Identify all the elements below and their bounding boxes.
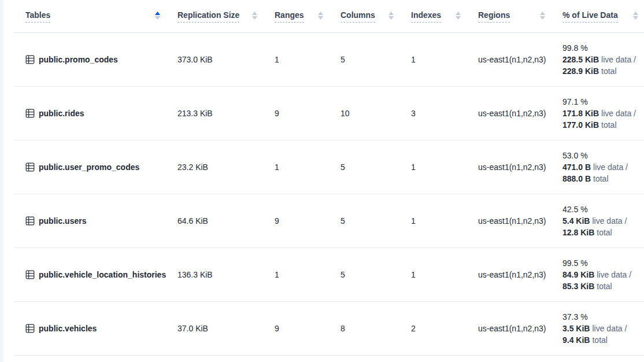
total-data-line: 85.3 KiBtotal	[562, 280, 644, 292]
table-row[interactable]: public.vehicle_location_histories 136.3 …	[14, 248, 644, 302]
replication-size-cell: 23.2 KiB	[177, 162, 275, 172]
column-header-label: Ranges	[275, 10, 304, 23]
live-data-suffix: live data /	[592, 324, 627, 333]
table-name-cell: public.vehicle_location_histories	[14, 270, 177, 279]
indexes-cell: 1	[411, 162, 478, 172]
replication-size-cell: 136.3 KiB	[177, 270, 275, 279]
table-header-row: Tables Replication Size Ranges Columns I…	[14, 0, 644, 33]
column-header-label: % of Live Data	[562, 10, 618, 23]
table-row[interactable]: public.user_promo_codes 23.2 KiB 1 5 1 u…	[14, 141, 644, 194]
live-data-percent: 99.8 %	[562, 42, 644, 54]
live-data-percent: 42.5 %	[562, 204, 644, 215]
total-data-suffix: total	[601, 67, 616, 76]
live-data-cell: 99.5 % 84.9 KiBlive data / 85.3 KiBtotal	[562, 257, 644, 292]
table-name-cell: public.vehicles	[14, 324, 177, 333]
total-data-line: 12.8 KiBtotal	[562, 227, 644, 238]
ranges-cell: 9	[275, 324, 340, 333]
sort-arrows-icon[interactable]	[155, 12, 160, 20]
column-header-columns[interactable]: Columns	[340, 10, 411, 23]
ranges-cell: 1	[275, 162, 340, 172]
live-data-suffix: live data /	[601, 109, 636, 118]
table-name-cell: public.user_promo_codes	[14, 162, 177, 172]
table-grid-icon	[25, 109, 35, 118]
columns-cell: 5	[340, 162, 411, 172]
total-data-line: 9.4 KiBtotal	[562, 334, 644, 346]
column-header-ranges[interactable]: Ranges	[275, 10, 340, 23]
column-header-indexes[interactable]: Indexes	[411, 10, 478, 23]
live-data-percent: 37.3 %	[562, 311, 644, 323]
column-header-label: Indexes	[411, 10, 441, 23]
sort-arrows-icon[interactable]	[318, 12, 323, 20]
indexes-cell: 1	[411, 216, 478, 226]
table-name-link[interactable]: public.user_promo_codes	[39, 162, 139, 172]
sort-arrows-icon[interactable]	[540, 12, 545, 20]
total-data-suffix: total	[593, 174, 608, 183]
columns-cell: 8	[340, 324, 411, 333]
indexes-cell: 3	[411, 109, 478, 118]
table-name-link[interactable]: public.promo_codes	[39, 55, 118, 64]
live-data-line: 3.5 KiBlive data /	[562, 323, 644, 334]
column-header-regions[interactable]: Regions	[478, 10, 562, 23]
indexes-cell: 2	[411, 324, 478, 333]
total-data-suffix: total	[592, 335, 607, 345]
live-data-line: 171.8 KiBlive data /	[562, 108, 644, 119]
replication-size-cell: 213.3 KiB	[177, 109, 275, 118]
columns-cell: 10	[340, 109, 411, 118]
table-row[interactable]: public.vehicles 37.0 KiB 9 8 2 us-east1(…	[14, 302, 644, 356]
table-row[interactable]: public.rides 213.3 KiB 9 10 3 us-east1(n…	[14, 87, 644, 141]
live-data-suffix: live data /	[593, 162, 628, 172]
live-data-percent: 97.1 %	[562, 96, 644, 108]
columns-cell: 5	[340, 55, 411, 64]
table-name-cell: public.users	[14, 216, 177, 226]
table-grid-icon	[25, 216, 35, 226]
table-name-link[interactable]: public.users	[39, 216, 86, 226]
table-grid-icon	[25, 270, 35, 279]
live-data-percent: 99.5 %	[562, 257, 644, 269]
column-header-label: Regions	[478, 10, 510, 23]
table-grid-icon	[25, 55, 35, 64]
live-data-line: 84.9 KiBlive data /	[562, 269, 644, 280]
table-body: public.promo_codes 373.0 KiB 1 5 1 us-ea…	[14, 33, 644, 356]
column-header-replication-size[interactable]: Replication Size	[177, 10, 275, 23]
total-data-line: 177.0 KiBtotal	[562, 119, 644, 131]
sort-arrows-icon[interactable]	[252, 12, 257, 20]
indexes-cell: 1	[411, 270, 478, 279]
regions-cell: us-east1(n1,n2,n3)	[478, 324, 562, 333]
table-grid-icon	[25, 162, 35, 172]
table-name-link[interactable]: public.rides	[39, 109, 84, 118]
tables-table: Tables Replication Size Ranges Columns I…	[14, 0, 644, 356]
column-header-live-data[interactable]: % of Live Data	[562, 10, 644, 23]
page-left-gutter	[0, 0, 3, 362]
table-name-link[interactable]: public.vehicle_location_histories	[39, 270, 166, 279]
live-data-suffix: live data /	[597, 270, 631, 279]
total-data-line: 228.9 KiBtotal	[562, 65, 644, 77]
tables-list-page: Tables Replication Size Ranges Columns I…	[0, 0, 644, 362]
table-name-link[interactable]: public.vehicles	[39, 324, 97, 333]
column-header-tables[interactable]: Tables	[14, 10, 177, 23]
columns-cell: 5	[340, 216, 411, 226]
regions-cell: us-east1(n1,n2,n3)	[478, 270, 562, 279]
live-data-line: 228.5 KiBlive data /	[562, 54, 644, 65]
table-name-cell: public.promo_codes	[14, 55, 177, 64]
total-data-line: 888.0 Btotal	[562, 173, 644, 184]
sort-arrows-icon[interactable]	[388, 12, 394, 20]
live-data-line: 471.0 Blive data /	[562, 161, 644, 173]
sort-arrows-icon[interactable]	[633, 12, 638, 20]
sort-arrows-icon[interactable]	[456, 12, 461, 20]
replication-size-cell: 373.0 KiB	[177, 55, 275, 64]
live-data-cell: 37.3 % 3.5 KiBlive data / 9.4 KiBtotal	[562, 311, 644, 346]
live-data-suffix: live data /	[601, 55, 636, 64]
ranges-cell: 1	[275, 55, 340, 64]
table-name-cell: public.rides	[14, 109, 177, 118]
table-row[interactable]: public.promo_codes 373.0 KiB 1 5 1 us-ea…	[14, 33, 644, 87]
column-header-label: Replication Size	[177, 10, 239, 23]
replication-size-cell: 64.6 KiB	[177, 216, 275, 226]
live-data-cell: 97.1 % 171.8 KiBlive data / 177.0 KiBtot…	[562, 96, 644, 131]
ranges-cell: 1	[275, 270, 340, 279]
total-data-suffix: total	[597, 282, 612, 291]
live-data-suffix: live data /	[592, 216, 627, 226]
table-row[interactable]: public.users 64.6 KiB 9 5 1 us-east1(n1,…	[14, 194, 644, 248]
regions-cell: us-east1(n1,n2,n3)	[478, 55, 562, 64]
regions-cell: us-east1(n1,n2,n3)	[478, 162, 562, 172]
columns-cell: 5	[340, 270, 411, 279]
